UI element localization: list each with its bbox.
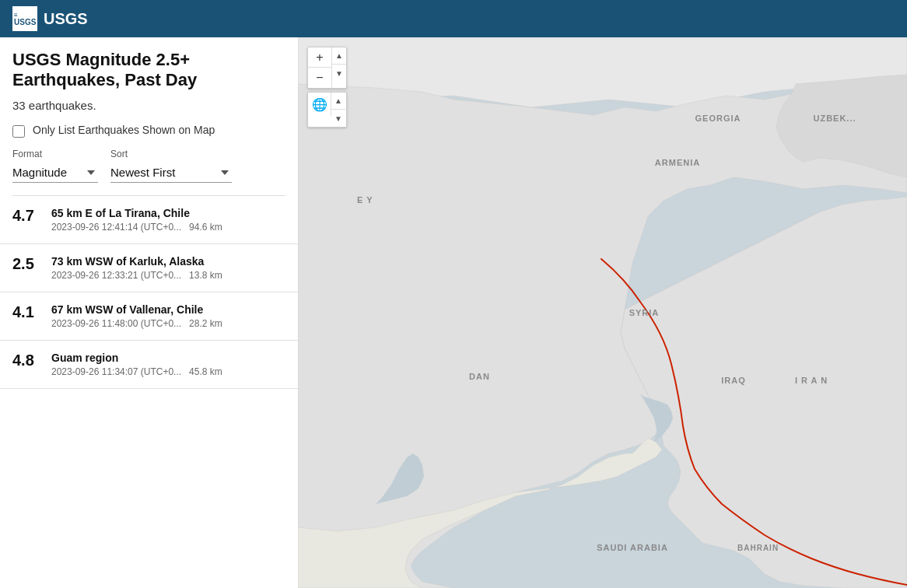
- svg-text:I R A N: I R A N: [795, 376, 828, 385]
- filter-row: Only List Earthquakes Shown on Map: [12, 123, 285, 138]
- zoom-split: + − ▲ ▼: [308, 47, 346, 88]
- zoom-main-buttons: + −: [308, 47, 332, 88]
- svg-text:E Y: E Y: [357, 195, 373, 205]
- svg-text:ARMENIA: ARMENIA: [655, 158, 700, 167]
- globe-down-arrow[interactable]: ▼: [331, 110, 345, 127]
- map-controls: + − ▲ ▼ 🌐 ▲ ▼: [307, 47, 347, 128]
- page-title: USGS Magnitude 2.5+ Earthquakes, Past Da…: [12, 50, 285, 91]
- format-label: Format: [12, 149, 98, 159]
- eq-meta: 2023-09-26 12:41:14 (UTC+0... 94.6 km: [51, 222, 285, 233]
- sort-select[interactable]: Newest First Oldest First Largest Magnit…: [110, 163, 232, 183]
- eq-meta: 2023-09-26 11:48:00 (UTC+0... 28.2 km: [51, 318, 285, 329]
- globe-up-arrow[interactable]: ▲: [331, 93, 345, 110]
- svg-text:GEORGIA: GEORGIA: [695, 114, 741, 123]
- usgs-logo: ≡ USGS USGS: [12, 6, 88, 31]
- eq-details: 65 km E of La Tirana, Chile 2023-09-26 1…: [51, 207, 285, 233]
- eq-item-4[interactable]: 4.8 Guam region 2023-09-26 11:34:07 (UTC…: [0, 341, 298, 389]
- globe-control: 🌐 ▲ ▼: [307, 92, 347, 128]
- eq-location: 73 km WSW of Karluk, Alaska: [51, 255, 285, 268]
- eq-details: 73 km WSW of Karluk, Alaska 2023-09-26 1…: [51, 255, 285, 281]
- eq-details: Guam region 2023-09-26 11:34:07 (UTC+0..…: [51, 352, 285, 377]
- globe-arrows: ▲ ▼: [331, 93, 345, 127]
- zoom-out-button[interactable]: −: [308, 68, 331, 88]
- header: ≡ USGS USGS: [0, 0, 907, 37]
- eq-location: Guam region: [51, 352, 285, 364]
- sort-group: Sort Newest First Oldest First Largest M…: [110, 149, 232, 183]
- eq-location: 67 km WSW of Vallenar, Chile: [51, 303, 285, 316]
- format-sort-row: Format Magnitude Depth Time Sort Newest …: [12, 149, 285, 183]
- map-svg: GEORGIA ARMENIA UZBEK... TURKMENISTAN E …: [298, 37, 907, 588]
- globe-button[interactable]: 🌐: [308, 93, 331, 116]
- zoom-in-arrow[interactable]: ▲: [332, 47, 346, 65]
- eq-item-2[interactable]: 2.5 73 km WSW of Karluk, Alaska 2023-09-…: [0, 244, 298, 292]
- svg-text:IRAQ: IRAQ: [721, 376, 746, 385]
- zoom-arrows: ▲ ▼: [332, 47, 346, 88]
- earthquake-list[interactable]: 4.7 65 km E of La Tirana, Chile 2023-09-…: [0, 196, 298, 588]
- eq-magnitude: 4.8: [12, 352, 40, 369]
- eq-meta: 2023-09-26 11:34:07 (UTC+0... 45.8 km: [51, 366, 285, 377]
- eq-meta: 2023-09-26 12:33:21 (UTC+0... 13.8 km: [51, 270, 285, 281]
- usgs-logo-icon: ≡ USGS: [12, 6, 37, 31]
- eq-magnitude: 4.7: [12, 207, 40, 225]
- zoom-control-group: + − ▲ ▼: [307, 47, 347, 89]
- eq-item-3[interactable]: 4.1 67 km WSW of Vallenar, Chile 2023-09…: [0, 292, 298, 341]
- eq-location: 65 km E of La Tirana, Chile: [51, 207, 285, 219]
- map-area[interactable]: GEORGIA ARMENIA UZBEK... TURKMENISTAN E …: [298, 37, 907, 588]
- svg-text:BAHRAIN: BAHRAIN: [737, 544, 779, 552]
- earthquake-count: 33 earthquakes.: [12, 99, 285, 112]
- filter-label[interactable]: Only List Earthquakes Shown on Map: [33, 123, 215, 138]
- main-content: USGS Magnitude 2.5+ Earthquakes, Past Da…: [0, 37, 907, 588]
- format-select[interactable]: Magnitude Depth Time: [12, 163, 98, 183]
- svg-text:SYRIA: SYRIA: [629, 308, 660, 317]
- zoom-in-button[interactable]: +: [308, 47, 331, 68]
- filter-checkbox[interactable]: [12, 125, 25, 138]
- eq-magnitude: 4.1: [12, 303, 40, 321]
- svg-text:DAN: DAN: [469, 372, 490, 381]
- eq-item-1[interactable]: 4.7 65 km E of La Tirana, Chile 2023-09-…: [0, 196, 298, 244]
- svg-text:UZBEK...: UZBEK...: [813, 114, 856, 123]
- sidebar: USGS Magnitude 2.5+ Earthquakes, Past Da…: [0, 37, 298, 588]
- svg-text:USGS: USGS: [14, 18, 37, 26]
- eq-magnitude: 2.5: [12, 255, 40, 273]
- zoom-out-arrow[interactable]: ▼: [332, 65, 346, 82]
- sort-label: Sort: [110, 149, 232, 159]
- svg-text:SAUDI ARABIA: SAUDI ARABIA: [597, 543, 668, 552]
- header-title: USGS: [44, 10, 88, 28]
- eq-details: 67 km WSW of Vallenar, Chile 2023-09-26 …: [51, 303, 285, 329]
- format-group: Format Magnitude Depth Time: [12, 149, 98, 183]
